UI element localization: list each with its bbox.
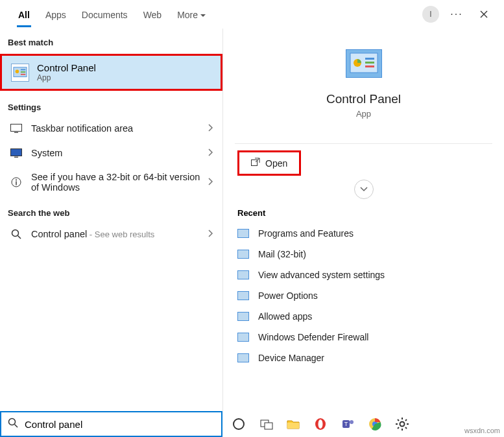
detail-pane: Control Panel App Open Recent Programs a…	[222, 29, 504, 411]
panel-icon	[237, 353, 249, 362]
svg-rect-2	[21, 69, 25, 70]
tab-apps[interactable]: Apps	[38, 2, 74, 27]
svg-line-39	[398, 419, 399, 421]
open-icon	[251, 158, 260, 169]
opera-icon[interactable]	[313, 417, 328, 431]
best-match-subtitle: App	[37, 73, 96, 82]
svg-point-1	[16, 69, 19, 73]
settings-item-label: Taskbar notification area	[31, 123, 200, 134]
svg-line-40	[405, 427, 407, 429]
web-header: Search the web	[0, 199, 222, 222]
settings-item-taskbar-notification[interactable]: Taskbar notification area	[0, 116, 222, 141]
chrome-icon[interactable]	[368, 417, 382, 431]
svg-point-12	[12, 230, 19, 237]
panel-icon	[237, 312, 249, 321]
expand-button[interactable]	[354, 180, 374, 199]
detail-subtitle: App	[356, 109, 371, 119]
settings-header: Settings	[0, 93, 222, 116]
panel-icon	[237, 270, 249, 279]
svg-line-41	[405, 419, 407, 421]
panel-icon	[237, 333, 249, 342]
close-icon[interactable]	[474, 5, 494, 24]
search-bar[interactable]	[0, 411, 222, 437]
search-icon	[9, 229, 23, 239]
monitor-icon	[9, 124, 23, 133]
svg-rect-16	[365, 58, 374, 60]
svg-rect-25	[265, 423, 272, 429]
chevron-right-icon	[208, 123, 213, 134]
tab-web[interactable]: Web	[136, 2, 170, 27]
search-tabs: All Apps Documents Web More I ···	[0, 0, 504, 29]
settings-item-label: See if you have a 32-bit or 64-bit versi…	[31, 172, 200, 193]
settings-item-label: System	[31, 148, 200, 158]
tab-documents[interactable]: Documents	[74, 2, 136, 27]
best-match-title: Control Panel	[37, 62, 96, 73]
svg-rect-11	[16, 182, 16, 185]
svg-line-13	[18, 236, 21, 239]
svg-rect-4	[21, 73, 25, 75]
info-icon	[9, 177, 23, 187]
panel-icon	[237, 250, 249, 259]
recent-header: Recent	[237, 208, 490, 218]
search-input[interactable]	[25, 419, 215, 430]
svg-point-31	[350, 420, 354, 424]
chevron-right-icon	[208, 176, 213, 188]
svg-rect-5	[11, 124, 22, 132]
taskview-icon[interactable]	[259, 417, 273, 431]
open-label: Open	[265, 158, 287, 169]
svg-rect-26	[287, 423, 299, 429]
svg-line-42	[398, 427, 399, 429]
chevron-right-icon	[208, 147, 213, 159]
control-panel-icon	[11, 64, 29, 82]
svg-point-28	[318, 419, 323, 429]
svg-point-34	[400, 422, 405, 427]
panel-icon	[237, 291, 249, 300]
more-options-icon[interactable]: ···	[447, 5, 466, 24]
control-panel-large-icon	[346, 49, 382, 78]
tab-more[interactable]: More	[169, 2, 213, 27]
results-pane: Best match Control Panel App Settings Ta…	[0, 29, 222, 411]
cortana-icon[interactable]	[232, 417, 246, 431]
monitor-icon	[9, 148, 23, 158]
svg-rect-7	[11, 149, 22, 156]
web-result-label: Control panel - See web results	[31, 229, 200, 239]
svg-rect-18	[365, 65, 374, 67]
settings-gear-icon[interactable]	[395, 417, 409, 431]
chevron-right-icon	[208, 228, 213, 240]
tab-all[interactable]: All	[10, 2, 38, 27]
panel-icon	[237, 229, 249, 238]
recent-item[interactable]: Allowed apps	[235, 306, 492, 327]
taskbar: T	[222, 411, 504, 437]
svg-point-21	[9, 419, 16, 425]
teams-icon[interactable]: T	[341, 417, 355, 431]
svg-point-23	[234, 419, 244, 429]
recent-item[interactable]: Windows Defender Firewall	[235, 327, 492, 348]
open-button[interactable]: Open	[237, 150, 301, 176]
svg-text:T: T	[344, 421, 348, 427]
svg-point-10	[16, 180, 17, 181]
search-icon	[8, 418, 18, 431]
svg-rect-3	[21, 71, 25, 73]
recent-item[interactable]: Device Manager	[235, 348, 492, 368]
settings-item-system[interactable]: System	[0, 141, 222, 165]
file-explorer-icon[interactable]	[286, 417, 300, 431]
settings-item-bitversion[interactable]: See if you have a 32-bit or 64-bit versi…	[0, 165, 222, 199]
detail-title: Control Panel	[326, 92, 401, 106]
best-match-header: Best match	[0, 29, 222, 51]
watermark: wsxdn.com	[464, 427, 500, 434]
recent-item[interactable]: Mail (32-bit)	[235, 244, 492, 265]
recent-item[interactable]: Programs and Features	[235, 223, 492, 244]
recent-item[interactable]: Power Options	[235, 285, 492, 306]
svg-line-22	[15, 425, 18, 428]
recent-item[interactable]: View advanced system settings	[235, 265, 492, 285]
svg-rect-19	[252, 160, 258, 166]
best-match-result[interactable]: Control Panel App	[0, 54, 222, 91]
svg-rect-17	[365, 62, 374, 64]
user-avatar[interactable]: I	[422, 6, 439, 23]
web-result[interactable]: Control panel - See web results	[0, 222, 222, 246]
